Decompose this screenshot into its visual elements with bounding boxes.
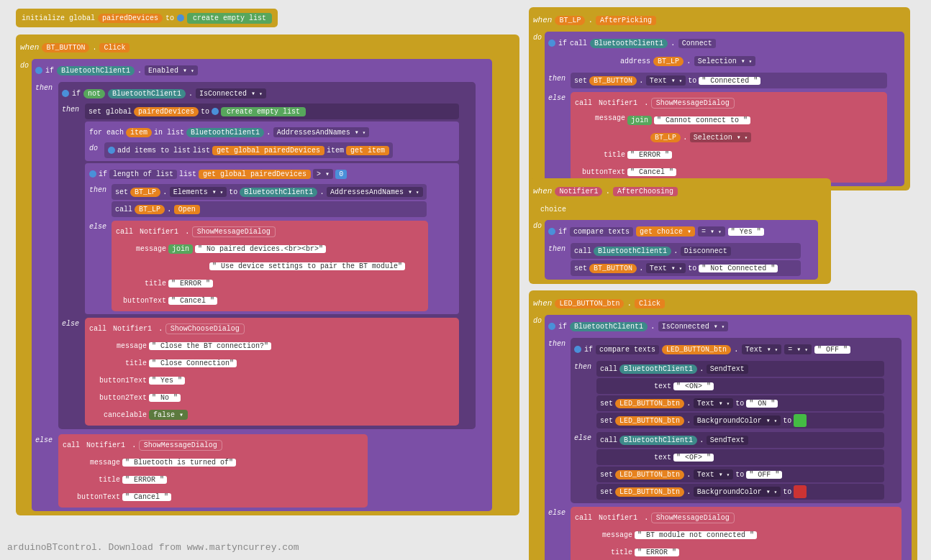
init-block: initialize global pairedDevices to creat…	[16, 9, 278, 27]
bt-button-component: BT_BUTTON	[42, 43, 89, 52]
click-event: Click	[99, 43, 130, 52]
bt-client1-pill: BluetoothClient1	[57, 66, 135, 75]
when-bt-button-header: when BT_BUTTON . Click	[20, 39, 515, 56]
dot-connector	[177, 14, 184, 22]
init-label: initialize global	[22, 14, 95, 22]
notifier-after-choosing-block: when Notifier1 . AfterChoosing choice do…	[529, 178, 831, 284]
bt-button-block: when BT_BUTTON . Click do if BluetoothCl…	[16, 35, 519, 515]
watermark: arduinoBTcontrol. Download from www.mart…	[7, 542, 299, 553]
enabled-drop: Enabled ▾	[145, 65, 198, 75]
if-bt-enabled-block: if BluetoothClient1 . Enabled ▾ then	[32, 59, 492, 511]
led-button-block: when LED_BUTTON_btn . Click do if Blueto…	[529, 290, 917, 560]
to-label: to	[165, 14, 174, 22]
var-name-pill: pairedDevices	[98, 14, 163, 23]
canvas: initialize global pairedDevices to creat…	[0, 0, 931, 560]
if-not-connected-block: if not BluetoothClient1 . IsConnected ▾ …	[58, 82, 476, 429]
create-list-btn[interactable]: create empty list	[187, 13, 272, 24]
bt-lp-after-picking-block: when BT_LP . AfterPicking do if call Blu…	[529, 7, 910, 191]
